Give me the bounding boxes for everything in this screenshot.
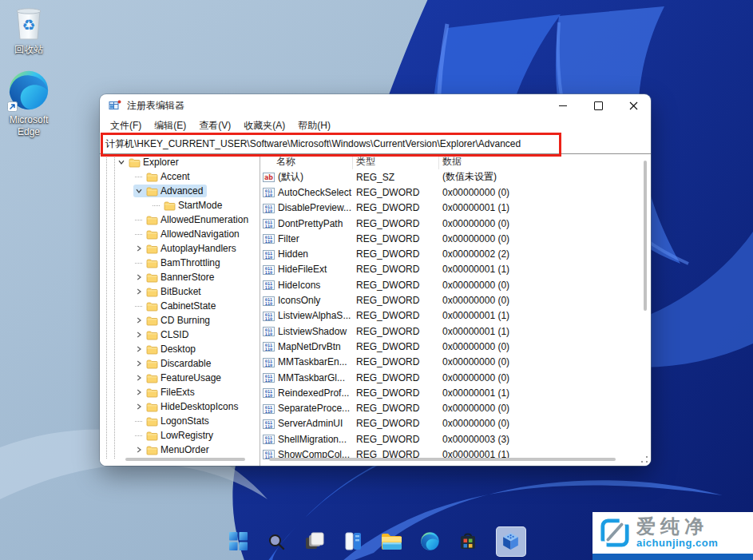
desktop-icon-edge[interactable]: Microsoft Edge xyxy=(0,69,57,138)
menu-item[interactable]: 查看(V) xyxy=(193,117,236,134)
tree-item[interactable]: AllowedNavigation xyxy=(101,227,259,241)
start-taskbar-icon[interactable] xyxy=(228,530,249,552)
tree-item[interactable]: Explorer xyxy=(101,155,259,169)
tree-connector xyxy=(134,229,144,239)
tree-item[interactable]: AutoplayHandlers xyxy=(101,241,259,256)
tree-item-inner: FeatureUsage xyxy=(133,371,225,384)
column-header[interactable]: 数据 xyxy=(439,154,639,169)
tree-item[interactable]: CD Burning xyxy=(101,313,259,328)
chevron-down-icon[interactable] xyxy=(134,186,144,196)
vertical-scrollbar[interactable] xyxy=(642,157,648,451)
minimize-button[interactable] xyxy=(545,94,581,117)
tree-item[interactable]: LowRegistry xyxy=(101,428,259,443)
menu-item[interactable]: 编辑(E) xyxy=(149,117,192,134)
registry-value-row[interactable]: 011110HideFileExtREG_DWORD0x00000001 (1) xyxy=(261,262,639,277)
registry-value-row[interactable]: 011110FilterREG_DWORD0x00000000 (0) xyxy=(261,231,639,246)
value-type: REG_DWORD xyxy=(353,403,439,414)
registry-value-row[interactable]: 011110ListviewAlphaS...REG_DWORD0x000000… xyxy=(261,308,639,324)
folder-icon xyxy=(146,229,158,240)
tree-item[interactable]: BamThrottling xyxy=(101,256,259,270)
column-header[interactable]: 名称 xyxy=(261,154,353,169)
tree-item[interactable]: Advanced xyxy=(101,184,259,198)
tree-item[interactable]: StartMode xyxy=(101,198,259,212)
chevron-right-icon[interactable] xyxy=(134,272,144,282)
tree-item[interactable]: Accent xyxy=(101,169,259,184)
value-name: MapNetDrvBtn xyxy=(278,341,341,352)
pane-divider[interactable] xyxy=(260,154,260,466)
tree-item[interactable]: LogonStats xyxy=(101,414,259,428)
registry-value-row[interactable]: 011110ShellMigration...REG_DWORD0x000000… xyxy=(261,431,639,447)
reg-dword-icon: 011110 xyxy=(263,233,275,244)
value-data: 0x00000000 (0) xyxy=(439,233,639,244)
tree-item[interactable]: MenuOrder xyxy=(101,443,259,457)
tree-item[interactable]: CLSID xyxy=(101,328,259,342)
value-type: REG_DWORD xyxy=(353,434,439,445)
registry-value-row[interactable]: 011110MapNetDrvBtnREG_DWORD0x00000000 (0… xyxy=(261,339,639,354)
svg-text:110: 110 xyxy=(265,378,272,383)
file-explorer-taskbar-icon[interactable] xyxy=(381,530,402,552)
chevron-right-icon[interactable] xyxy=(134,445,144,455)
reg-dword-icon: 011110 xyxy=(263,326,275,336)
tree-item[interactable]: BannerStore xyxy=(101,270,259,284)
registry-value-row[interactable]: 011110IconsOnlyREG_DWORD0x00000000 (0) xyxy=(261,292,639,308)
value-name: ListviewAlphaS... xyxy=(278,310,351,321)
tree-item[interactable]: BitBucket xyxy=(101,284,259,299)
window-resize-grip[interactable] xyxy=(641,456,648,463)
registry-value-row[interactable]: 011110SeparateProce...REG_DWORD0x0000000… xyxy=(261,400,639,415)
tree-item[interactable]: HideDesktopIcons xyxy=(101,399,259,414)
tree-item[interactable]: Desktop xyxy=(101,342,259,356)
tree-item-label: AutoplayHandlers xyxy=(161,243,236,254)
search-taskbar-icon[interactable] xyxy=(266,530,287,552)
registry-value-row[interactable]: 011110ListviewShadowREG_DWORD0x00000001 … xyxy=(261,324,639,339)
list-horizontal-scrollbar[interactable] xyxy=(269,458,616,461)
maximize-button[interactable] xyxy=(581,94,616,117)
registry-value-row[interactable]: 011110DontPrettyPathREG_DWORD0x00000000 … xyxy=(261,216,639,231)
column-header[interactable]: 类型 xyxy=(353,154,439,169)
tree-horizontal-scrollbar[interactable] xyxy=(125,458,245,461)
folder-icon xyxy=(146,258,158,268)
value-name-cell: 011110DontPrettyPath xyxy=(261,218,353,229)
close-button[interactable] xyxy=(616,94,651,117)
tree-item[interactable]: CabinetState xyxy=(101,299,259,313)
chevron-right-icon[interactable] xyxy=(134,316,144,325)
chevron-right-icon[interactable] xyxy=(134,330,144,340)
registry-value-row[interactable]: ab(默认)REG_SZ(数值未设置) xyxy=(261,169,639,185)
registry-value-row[interactable]: 011110HideIconsREG_DWORD0x00000000 (0) xyxy=(261,277,639,292)
registry-value-row[interactable]: 011110DisablePreview...REG_DWORD0x000000… xyxy=(261,201,639,216)
microsoft-store-taskbar-icon[interactable] xyxy=(458,530,479,552)
chevron-right-icon[interactable] xyxy=(134,373,144,383)
tree-item[interactable]: AllowedEnumeration xyxy=(101,212,259,227)
address-bar[interactable]: 计算机\HKEY_CURRENT_USER\Software\Microsoft… xyxy=(100,134,651,154)
edge-taskbar-icon[interactable] xyxy=(419,530,441,552)
window-titlebar[interactable]: 注册表编辑器 xyxy=(100,94,651,117)
registry-value-row[interactable]: 011110ReindexedProf...REG_DWORD0x0000000… xyxy=(261,385,639,400)
registry-value-row[interactable]: 011110MMTaskbarGl...REG_DWORD0x00000000 … xyxy=(261,370,639,385)
menu-item[interactable]: 帮助(H) xyxy=(292,117,336,134)
widgets-taskbar-icon[interactable] xyxy=(343,530,364,552)
task-view-taskbar-icon[interactable] xyxy=(304,530,326,552)
chevron-right-icon[interactable] xyxy=(134,344,144,354)
chevron-right-icon[interactable] xyxy=(134,287,144,296)
chevron-down-icon[interactable] xyxy=(117,157,126,167)
svg-text:110: 110 xyxy=(265,332,272,336)
menu-item[interactable]: 文件(F) xyxy=(105,117,147,134)
value-name-cell: 011110MMTaskbarEn... xyxy=(261,356,353,367)
registry-value-row[interactable]: 011110ServerAdminUIREG_DWORD0x00000000 (… xyxy=(261,416,639,431)
registry-value-row[interactable]: 011110HiddenREG_DWORD0x00000002 (2) xyxy=(261,246,639,261)
tree-item[interactable]: FeatureUsage xyxy=(101,371,259,385)
vertical-scrollbar-thumb[interactable] xyxy=(644,161,647,311)
chevron-right-icon[interactable] xyxy=(134,359,144,368)
registry-value-row[interactable]: 011110AutoCheckSelectREG_DWORD0x00000000… xyxy=(261,185,639,200)
value-name: SeparateProce... xyxy=(278,403,350,414)
registry-value-row[interactable]: 011110MMTaskbarEn...REG_DWORD0x00000000 … xyxy=(261,355,639,370)
chevron-right-icon[interactable] xyxy=(134,387,144,397)
registry-editor-taskbar-icon[interactable] xyxy=(496,526,526,557)
tree-item[interactable]: FileExts xyxy=(101,385,259,399)
tree-item[interactable]: Discardable xyxy=(101,356,259,371)
chevron-right-icon[interactable] xyxy=(134,402,144,411)
value-type: REG_DWORD xyxy=(353,187,439,198)
menu-item[interactable]: 收藏夹(A) xyxy=(238,117,291,134)
watermark: 爱纯净 aichunjing.com xyxy=(592,512,753,554)
desktop-icon-recycle-bin[interactable]: ♻ 回收站 xyxy=(0,5,57,56)
chevron-right-icon[interactable] xyxy=(134,244,144,253)
